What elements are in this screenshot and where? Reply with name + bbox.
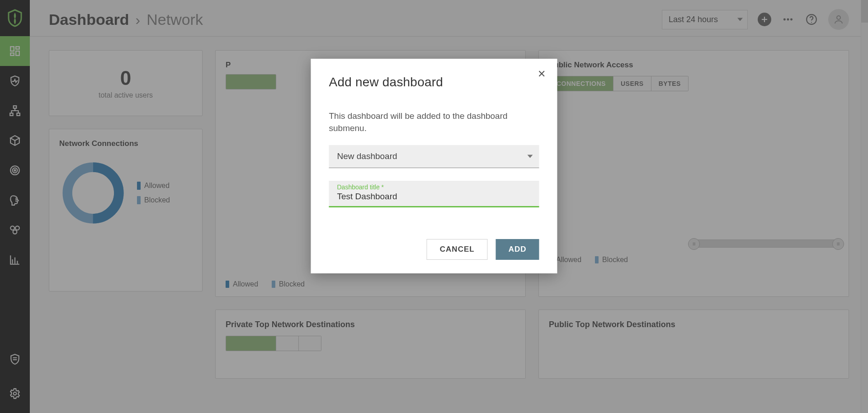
select-value: New dashboard <box>337 151 397 161</box>
chevron-down-icon <box>528 155 533 158</box>
dialog-description: This dashboard will be added to the dash… <box>329 110 539 134</box>
add-dashboard-dialog: ✕ Add new dashboard This dashboard will … <box>311 59 557 273</box>
cancel-button[interactable]: CANCEL <box>427 239 488 260</box>
dashboard-title-field-wrap: Dashboard title * <box>329 181 539 207</box>
add-button[interactable]: ADD <box>496 239 539 260</box>
close-icon: ✕ <box>538 68 546 80</box>
close-button[interactable]: ✕ <box>535 68 548 80</box>
dialog-actions: CANCEL ADD <box>329 239 539 260</box>
dashboard-title-input[interactable] <box>337 191 531 203</box>
dashboard-type-select[interactable]: New dashboard <box>329 145 539 168</box>
dashboard-title-label: Dashboard title * <box>337 183 531 191</box>
dialog-title: Add new dashboard <box>329 75 539 89</box>
